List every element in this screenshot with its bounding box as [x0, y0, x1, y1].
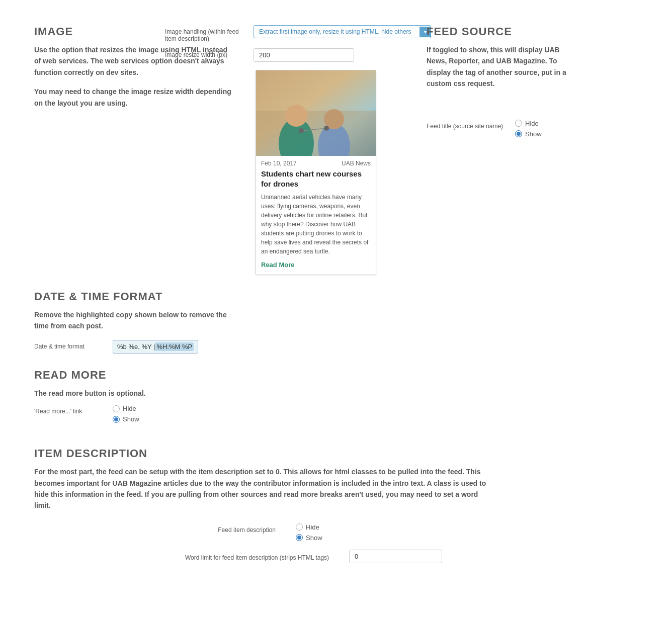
datetime-title: DATE & TIME FORMAT	[34, 290, 245, 303]
image-handling-label: Image handling (within feed item descrip…	[165, 25, 245, 42]
feedsource-show-option[interactable]: Show	[515, 130, 542, 138]
item-desc-title: ITEM DESCRIPTION	[34, 447, 638, 460]
datetime-desc: Remove the highlighted copy shown below …	[34, 309, 235, 332]
readmore-desc: The read more button is optional.	[34, 388, 235, 399]
word-limit-input[interactable]	[349, 550, 442, 563]
feedsource-hide-option[interactable]: Hide	[515, 120, 542, 127]
feed-desc-show-option[interactable]: Show	[296, 534, 322, 542]
preview-read-more-link[interactable]: Read More	[256, 261, 376, 275]
feedsource-radio-group: Hide Show	[515, 120, 542, 138]
svg-point-7	[299, 128, 304, 133]
readmore-label: 'Read more...' link	[34, 405, 105, 415]
feed-desc-show-label: Show	[306, 534, 322, 542]
readmore-hide-radio[interactable]	[113, 405, 120, 412]
preview-date: Feb 10, 2017	[261, 160, 297, 167]
preview-title: Students chart new courses for drones	[256, 169, 376, 193]
feedsource-title: FEED SOURCE	[427, 25, 638, 38]
datetime-section: DATE & TIME FORMAT Remove the highlighte…	[34, 290, 245, 354]
image-handling-dropdown[interactable]: Extract first image only, resize it usin…	[254, 25, 431, 38]
readmore-show-option[interactable]: Show	[113, 415, 139, 423]
svg-point-3	[285, 105, 307, 127]
feed-desc-show-radio[interactable]	[296, 534, 303, 541]
preview-card-image	[256, 70, 376, 156]
svg-point-8	[324, 126, 329, 131]
readmore-show-label: Show	[123, 415, 139, 423]
feed-desc-hide-radio[interactable]	[296, 523, 303, 531]
preview-card-area: Image handling (within feed item descrip…	[256, 20, 396, 275]
readmore-hide-label: Hide	[123, 405, 136, 412]
feedsource-section: FEED SOURCE If toggled to show, this wil…	[406, 20, 638, 275]
feed-desc-label: Feed item description	[185, 523, 276, 534]
feedsource-label: Feed title (source site name)	[427, 120, 507, 130]
word-limit-label: Word limit for feed item description (st…	[185, 551, 329, 562]
item-desc-section: ITEM DESCRIPTION For the most part, the …	[34, 447, 638, 563]
readmore-title: READ MORE	[34, 369, 245, 382]
feedsource-show-label: Show	[525, 130, 542, 138]
readmore-radio-group: Hide Show	[113, 405, 139, 423]
feedsource-show-radio[interactable]	[515, 130, 522, 137]
preview-source: UAB News	[342, 160, 371, 167]
image-section-desc2: You may need to change the image resize …	[34, 86, 235, 109]
svg-rect-1	[256, 111, 376, 156]
datetime-label: Date & time format	[34, 340, 105, 350]
readmore-section: READ MORE The read more button is option…	[34, 369, 245, 423]
image-width-input[interactable]	[254, 48, 354, 62]
feed-desc-hide-label: Hide	[306, 523, 319, 531]
preview-body: Unmanned aerial vehicles have many uses:…	[256, 193, 376, 261]
feedsource-desc: If toggled to show, this will display UA…	[427, 44, 567, 90]
image-width-label: Image resize width (px)	[165, 48, 245, 58]
feed-desc-hide-option[interactable]: Hide	[296, 523, 322, 531]
preview-card: Feb 10, 2017 UAB News Students chart new…	[256, 70, 376, 275]
feedsource-hide-radio[interactable]	[515, 120, 522, 127]
feed-desc-radio-group: Hide Show	[296, 523, 322, 542]
datetime-plain-value: %b %e, %Y |	[117, 343, 155, 350]
readmore-show-radio[interactable]	[113, 416, 120, 423]
preview-meta: Feb 10, 2017 UAB News	[256, 156, 376, 169]
item-desc-text: For the most part, the feed can be setup…	[34, 466, 487, 511]
readmore-hide-option[interactable]: Hide	[113, 405, 139, 412]
feedsource-hide-label: Hide	[525, 120, 539, 127]
datetime-highlighted-value: %H:%M %P	[155, 342, 194, 351]
